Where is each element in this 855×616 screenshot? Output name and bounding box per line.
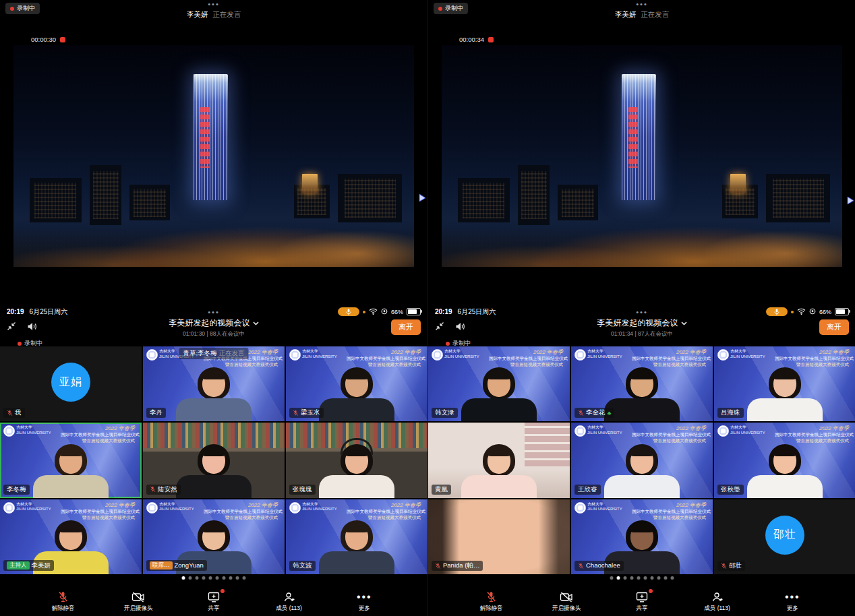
university-logo-icon	[146, 349, 158, 361]
unmute-button[interactable]: 解除静音	[467, 591, 516, 613]
leave-button[interactable]: 离开	[391, 319, 421, 335]
meeting-title-block[interactable]: 李美妍发起的视频会议 01:01:34 | 87人在会议中	[435, 316, 849, 338]
pagination-dot[interactable]	[610, 576, 614, 580]
university-logo-icon	[3, 502, 15, 514]
pagination-dot[interactable]	[644, 576, 647, 580]
participant-name: 韩文渌	[435, 409, 454, 417]
muted-mic-icon	[578, 410, 584, 417]
recording-badge-label: 录制中	[17, 4, 35, 13]
meeting-title: 李美妍发起的视频会议	[169, 317, 250, 329]
speaking-label: 正在发言	[212, 10, 241, 18]
share-screen-icon	[636, 591, 648, 603]
university-logo-icon	[717, 349, 729, 361]
pagination-dot[interactable]	[664, 576, 668, 580]
pagination-dots[interactable]	[182, 576, 246, 580]
pagination-dot[interactable]	[651, 576, 654, 580]
participant-name: ZongYuan	[175, 562, 204, 569]
participant-tile[interactable]: Panida (帕…	[428, 499, 570, 574]
minimize-icon[interactable]	[7, 321, 16, 334]
session-info: 01:01:30 | 88人在会议中	[7, 330, 421, 338]
participant-tile[interactable]: 吉林大学JILIN UNIVERSITY2022 年春季国际中文教师奖学金线上项…	[571, 346, 713, 421]
pagination-dot[interactable]	[657, 576, 661, 580]
participant-tile[interactable]: 吉林大学JILIN UNIVERSITY2022 年春季国际中文教师奖学金线上项…	[0, 499, 142, 574]
pagination-dot[interactable]	[236, 576, 239, 580]
pagination-dot-active[interactable]	[182, 576, 185, 580]
participant-name-label: Chaochalee	[574, 561, 624, 571]
pagination-dot[interactable]	[229, 576, 233, 580]
pagination-dot[interactable]	[243, 576, 246, 580]
share-button[interactable]: 共享	[618, 591, 666, 613]
participant-video-person	[313, 346, 401, 421]
more-menu-dots[interactable]: •••	[0, 0, 428, 8]
participant-tile[interactable]: 吉林大学JILIN UNIVERSITY2022 年春季国际中文教师奖学金线上项…	[714, 346, 855, 421]
speaker-audio-icon[interactable]	[455, 321, 465, 334]
city-lights-glow	[13, 200, 414, 267]
pagination-dot[interactable]	[637, 576, 641, 580]
participant-grid: 亚娟我吉林大学JILIN UNIVERSITY2022 年春季国际中文教师奖学金…	[0, 346, 428, 574]
participant-tile[interactable]: 吉林大学JILIN UNIVERSITY2022 年春季国际中文教师奖学金线上项…	[571, 423, 713, 497]
participant-tile[interactable]: 吉林大学JILIN UNIVERSITY2022 年春季国际中文教师奖学金线上项…	[571, 499, 713, 574]
participant-tile[interactable]: 吉林大学JILIN UNIVERSITY2022 年春季国际中文教师奖学金线上项…	[0, 423, 142, 497]
pagination-dot[interactable]	[196, 576, 199, 580]
pagination-dot[interactable]	[216, 576, 219, 580]
participant-video-person	[598, 423, 686, 497]
unmute-button[interactable]: 解除静音	[39, 591, 88, 613]
participant-tile[interactable]: 张瑰瑰	[286, 423, 428, 497]
university-logo-icon	[3, 425, 15, 437]
pagination-dot[interactable]	[209, 576, 212, 580]
pagination-dot[interactable]	[189, 576, 192, 580]
participant-name: 李丹	[150, 409, 163, 417]
role-badge: 联席…	[150, 561, 173, 569]
more-button[interactable]: ••• 更多	[768, 591, 817, 613]
members-button[interactable]: 成员 (113)	[693, 591, 742, 613]
pagination-dots[interactable]	[610, 576, 674, 580]
ipad-screen-left: 录制中 ••• 李美妍 正在发言 00:00:30 20:19 6月25日周六 …	[0, 0, 428, 616]
participant-video-person	[27, 423, 115, 497]
recording-timer-value: 00:00:30	[31, 36, 56, 43]
university-logo-icon	[574, 502, 586, 514]
speaker-audio-icon[interactable]	[27, 321, 37, 334]
camera-on-button[interactable]: 开启摄像头	[542, 591, 591, 613]
participant-name: 张瑰瑰	[293, 486, 312, 493]
more-button[interactable]: ••• 更多	[340, 591, 388, 613]
participant-tile[interactable]: 吉林大学JILIN UNIVERSITY2022 年春季国际中文教师奖学金线上项…	[143, 346, 285, 421]
participant-tile[interactable]: 亚娟我	[0, 346, 142, 421]
participant-name-label: 梁玉水	[289, 408, 324, 418]
ipad-status-bar: 20:19 6月25日周六 ••• 66%	[435, 307, 849, 317]
shared-video	[442, 45, 842, 267]
participant-tile[interactable]: 吉林大学JILIN UNIVERSITY2022 年春季国际中文教师奖学金线上项…	[714, 423, 855, 497]
recording-badge: 录制中	[434, 3, 468, 14]
pagination-dot-active[interactable]	[617, 576, 620, 580]
pagination-dot[interactable]	[223, 576, 226, 580]
meeting-title-block[interactable]: 李美妍发起的视频会议 01:01:30 | 88人在会议中	[7, 316, 421, 338]
participant-name-label: 王欣睿	[574, 485, 601, 495]
mic-active-pill	[338, 307, 359, 316]
battery-icon	[835, 308, 849, 315]
participant-tile[interactable]: 黄凰	[428, 423, 570, 497]
pagination-dot[interactable]	[671, 576, 674, 580]
speaking-label: 正在发言	[641, 10, 669, 18]
members-button[interactable]: 成员 (113)	[265, 591, 314, 613]
participant-tile[interactable]: 吉林大学JILIN UNIVERSITY2022 年春季国际中文教师奖学金线上项…	[286, 499, 428, 574]
camera-on-button[interactable]: 开启摄像头	[114, 591, 163, 613]
leave-button[interactable]: 离开	[819, 319, 849, 335]
participant-tile[interactable]: 吉林大学JILIN UNIVERSITY2022 年春季国际中文教师奖学金线上项…	[428, 346, 570, 421]
stop-recording-button[interactable]	[60, 37, 65, 42]
pagination-dot[interactable]	[202, 576, 206, 580]
more-menu-dots[interactable]: •••	[428, 0, 855, 8]
participant-tile[interactable]: 吉林大学JILIN UNIVERSITY2022 年春季国际中文教师奖学金线上项…	[286, 346, 428, 421]
pagination-dot[interactable]	[624, 576, 627, 580]
minimize-icon[interactable]	[435, 321, 444, 334]
participant-tile[interactable]: 邵壮邵壮	[714, 499, 855, 574]
participant-video-person	[313, 499, 401, 574]
battery-icon	[407, 308, 421, 315]
participant-tile[interactable]: 陆安然	[143, 423, 285, 497]
participant-tile[interactable]: 吉林大学JILIN UNIVERSITY2022 年春季国际中文教师奖学金线上项…	[143, 499, 285, 574]
share-button[interactable]: 共享	[189, 591, 238, 613]
recording-badge-label: 录制中	[445, 4, 463, 13]
pagination-dot[interactable]	[630, 576, 634, 580]
university-logo-icon	[289, 502, 301, 514]
stop-recording-button[interactable]	[488, 37, 494, 42]
participant-name-label: 李金花♣	[574, 408, 614, 418]
camera-off-icon	[560, 591, 573, 603]
